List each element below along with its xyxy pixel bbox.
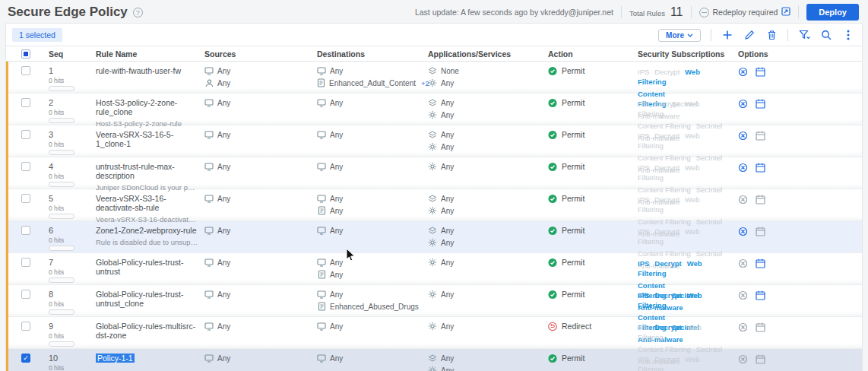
table-row[interactable]: 90 hitsGlobal-Policy-rules-multisrc-dst-… — [6, 317, 862, 349]
rule-name[interactable]: Global-Policy-rules-trust-untrust — [96, 258, 198, 276]
rule-name[interactable]: Global-Policy-rules-trust-untrust_clone — [96, 290, 198, 308]
scheduler-icon[interactable] — [738, 67, 749, 78]
table-row[interactable]: 80 hitsGlobal-Policy-rules-trust-untrust… — [6, 285, 862, 317]
subscription-content-filtering: Content Filtering — [638, 345, 691, 354]
rule-hits: 0 hits — [49, 173, 90, 180]
application-line: Any — [428, 162, 542, 171]
application-line: Any — [428, 322, 542, 331]
search-button[interactable] — [820, 29, 832, 41]
source-line: Any — [204, 258, 311, 267]
options-cell — [735, 258, 862, 271]
filter-button[interactable] — [798, 29, 810, 41]
scheduler-icon[interactable] — [738, 290, 749, 301]
gear-icon — [428, 162, 437, 171]
subscriptions-cell: IPSDecryptWeb FilteringContent Filtering… — [635, 354, 735, 371]
calendar-icon[interactable] — [756, 67, 766, 78]
table-row[interactable]: 30 hitsVeera-vSRX-S3-16-5-1_clone-1AnyAn… — [6, 125, 862, 157]
row-checkbox[interactable] — [21, 226, 30, 235]
destination-line: Any — [317, 354, 422, 363]
kebab-menu-button[interactable] — [842, 29, 854, 41]
scheduler-icon[interactable] — [738, 227, 749, 237]
row-checkbox[interactable]: ✓ — [21, 354, 30, 363]
help-icon[interactable]: ? — [133, 8, 143, 17]
row-checkbox[interactable] — [21, 130, 30, 139]
rule-hits: 0 hits — [49, 141, 90, 148]
calendar-icon[interactable] — [756, 195, 766, 205]
add-rule-button[interactable] — [721, 29, 733, 41]
source-line: Any — [204, 98, 311, 107]
edit-rule-button[interactable] — [743, 29, 756, 41]
table-row[interactable]: 10 hitsrule-with-fwauth-user-fwAnyAnyAny… — [6, 62, 862, 94]
page-title: Secure Edge Policy — [8, 5, 128, 20]
calendar-icon[interactable] — [756, 131, 766, 141]
rule-name[interactable]: Policy-1-1 — [96, 354, 198, 363]
rule-hits: 0 hits — [49, 268, 90, 276]
source-line: Any — [204, 66, 311, 75]
calendar-icon[interactable] — [756, 258, 766, 269]
calendar-icon[interactable] — [756, 99, 766, 109]
more-button[interactable]: More — [658, 29, 701, 42]
last-update-text: Last update: A few seconds ago by vkredd… — [415, 8, 613, 17]
row-checkbox[interactable] — [21, 258, 30, 267]
select-all-checkbox[interactable] — [21, 49, 30, 59]
scheduler-icon[interactable] — [738, 195, 749, 205]
subscription-decrypt: Decrypt — [654, 259, 681, 268]
applications-cell: NoneAny — [425, 66, 545, 90]
permit-icon — [548, 130, 557, 139]
divider — [798, 6, 799, 18]
calendar-icon[interactable] — [756, 354, 766, 365]
table-row[interactable]: 70 hitsGlobal-Policy-rules-trust-untrust… — [6, 253, 862, 285]
monitor-icon — [204, 226, 214, 235]
table-row[interactable]: 40 hitsuntrust-trust-rule-max-descriptio… — [6, 157, 862, 189]
rule-name[interactable]: Zone1-Zone2-webproxy-rule — [96, 226, 198, 235]
table-row[interactable]: 60 hitsZone1-Zone2-webproxy-ruleRule is … — [6, 221, 862, 253]
rule-name[interactable]: Host-S3-policy-2-zone-rule_clone — [96, 98, 198, 116]
destination-line: Enhanced_Adult_Content+2 — [317, 78, 422, 87]
action-label: Redirect — [562, 322, 591, 331]
rule-name[interactable]: untrust-trust-rule-max-description — [96, 162, 198, 180]
monitor-icon — [204, 194, 214, 203]
monitor-icon — [317, 162, 326, 171]
calendar-icon[interactable] — [756, 227, 766, 237]
permit-icon — [548, 194, 557, 203]
monitor-icon — [204, 130, 214, 139]
table-header: Seq Rule Name Sources Destinations Appli… — [6, 46, 862, 62]
calendar-icon[interactable] — [756, 163, 766, 173]
rule-name[interactable]: Veera-vSRX-S3-16-deactivate-sb-rule — [96, 194, 198, 212]
source-line: Any — [204, 78, 311, 87]
row-checkbox[interactable] — [21, 194, 30, 203]
apps-icon — [428, 130, 437, 139]
row-checkbox[interactable] — [21, 290, 30, 299]
scheduler-icon[interactable] — [738, 258, 749, 269]
rule-name[interactable]: Veera-vSRX-S3-16-5-1_clone-1 — [96, 130, 198, 148]
redeploy-details-icon[interactable] — [781, 7, 790, 17]
row-checkbox[interactable] — [21, 66, 30, 75]
rule-hits: 0 hits — [49, 109, 90, 116]
rule-name[interactable]: rule-with-fwauth-user-fw — [96, 66, 198, 75]
scheduler-icon[interactable] — [738, 99, 749, 109]
scheduler-icon[interactable] — [738, 354, 749, 365]
subscription-ips: IPS — [638, 68, 649, 76]
application-line: Any — [428, 130, 542, 139]
table-row[interactable]: 50 hitsVeera-vSRX-S3-16-deactivate-sb-ru… — [6, 189, 862, 221]
subscription-secintel: SecIntel — [696, 154, 722, 162]
scheduler-icon[interactable] — [738, 131, 749, 141]
subscription-content-filtering: Content Filtering — [638, 217, 691, 226]
sources-cell: Any — [201, 258, 314, 270]
rule-name[interactable]: Global-Policy-rules-multisrc-dst-zone — [96, 322, 198, 340]
scheduler-icon[interactable] — [738, 322, 749, 333]
action-label: Permit — [562, 354, 584, 363]
row-checkbox[interactable] — [21, 322, 30, 331]
scheduler-icon[interactable] — [738, 163, 749, 173]
table-row[interactable]: 20 hitsHost-S3-policy-2-zone-rule_cloneH… — [6, 94, 862, 125]
action-label: Permit — [562, 66, 584, 75]
calendar-icon[interactable] — [756, 290, 766, 301]
deploy-button[interactable]: Deploy — [806, 4, 859, 21]
subscription-ips: IPS — [638, 227, 649, 236]
options-cell — [735, 226, 862, 239]
row-checkbox[interactable] — [21, 98, 30, 107]
destinations-cell: Any — [314, 98, 425, 110]
row-checkbox[interactable] — [21, 162, 30, 171]
calendar-icon[interactable] — [756, 322, 766, 333]
delete-rule-button[interactable] — [765, 29, 778, 41]
